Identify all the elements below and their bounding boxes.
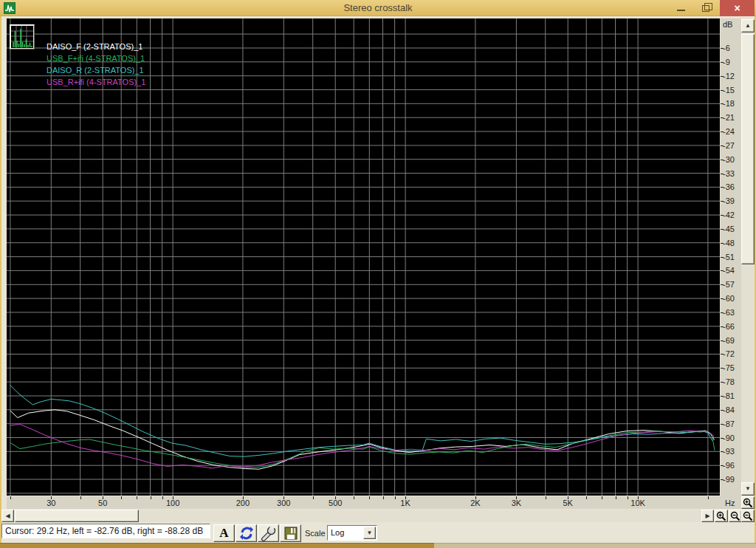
minimize-button[interactable] [669,0,693,16]
y-axis-tick-label: -48 [723,239,735,247]
y-axis-tick-label: -57 [723,280,735,289]
cursor-status-field: Cursor: 29.2 Hz, left = -82.76 dB, right… [1,524,210,538]
bottom-border-left [0,543,434,548]
x-axis-tick-label: 200 [236,499,250,507]
zoom-in-icon [743,498,753,508]
y-axis-tick [721,479,724,480]
plot-area[interactable]: DAISO_F (2-STRATOS)_1USB_F+ifi (4-STRATO… [7,18,720,496]
scroll-down-button[interactable]: ▼ [741,482,755,496]
x-axis-tick-label: 100 [166,499,179,507]
y-axis-tick-label: -36 [723,182,735,191]
x-axis-tick [369,496,370,499]
x-axis-tick [628,496,628,499]
bottom-border-right [434,543,756,548]
y-axis-tick-label: -66 [723,322,735,331]
y-axis-tick-label: -75 [723,363,735,372]
y-axis-tick [721,187,724,188]
y-axis-tick-label: -33 [723,169,735,178]
dropdown-arrow-button[interactable]: ▼ [363,527,376,539]
scroll-left-icon: ◀ [5,513,10,519]
y-axis-tick [721,215,724,216]
app-window: Stereo crosstalk × DAISO_F (2-STRATOS)_1… [0,0,756,548]
x-axis-tick [616,496,616,499]
x-axis-tick [586,496,587,499]
y-axis-tick-label: -51 [723,253,735,261]
refresh-icon [239,526,254,541]
window-title: Stereo crosstalk [0,0,756,16]
y-axis-tick-label: -78 [723,377,735,386]
scroll-left-button[interactable]: ◀ [1,510,14,522]
x-axis-tick [383,496,384,499]
vertical-scrollbar[interactable]: ▲ ▼ [741,19,755,496]
scale-label: Scale [305,524,326,542]
refresh-button[interactable] [236,524,257,542]
scale-dropdown[interactable]: Log ▼ [327,525,377,541]
x-axis-tick [121,496,122,499]
vertical-scrollbar-thumb[interactable] [741,34,755,264]
y-axis-tick-label: -60 [723,294,735,303]
zoom-out-icon [743,511,753,521]
x-axis-tick-label: 1K [400,499,410,507]
x-axis-tick-label: 50 [98,499,107,507]
legend-item: USB_F+ifi (4-STRATOS)_1 [47,52,145,64]
scroll-up-button[interactable]: ▲ [741,19,755,32]
crosstalk-chart[interactable] [7,18,720,496]
zoom-in-icon [716,511,726,521]
y-axis-unit: dB [723,20,732,29]
close-button[interactable]: × [720,0,755,16]
y-axis-tick [721,396,724,397]
y-axis-tick [721,270,724,271]
x-axis-tick [151,496,151,499]
x-axis-tick-label: 30 [47,499,55,507]
y-axis-tick-label: -27 [723,141,735,150]
font-button[interactable]: A [213,524,235,542]
x-axis-tick [602,496,602,499]
legend: DAISO_F (2-STRATOS)_1USB_F+ifi (4-STRATO… [47,41,145,88]
spectrum-view-button[interactable] [10,24,35,49]
wrench-icon [261,525,277,541]
scroll-up-icon: ▲ [745,23,751,29]
y-axis-tick [721,451,724,452]
maximize-button[interactable] [694,0,718,16]
horizontal-scrollbar-thumb[interactable] [15,510,139,522]
y-axis-tick [721,410,724,411]
y-axis-tick-label: -39 [723,196,735,205]
x-axis-tick-label: 5K [563,499,572,507]
wrench-setup-button[interactable] [258,524,279,542]
x-axis-tick-label: 300 [277,499,290,507]
scroll-right-icon: ▶ [705,513,709,519]
x-axis-tick-label: 500 [329,499,342,507]
x-axis-tick [137,496,137,499]
y-axis-tick-label: -6 [723,44,730,52]
y-axis-tick [721,90,724,91]
y-axis-tick-label: -69 [723,336,735,345]
y-axis-tick-label: -54 [723,266,735,275]
y-axis-tick [721,284,724,285]
y-axis-tick-label: -30 [723,155,735,164]
scroll-right-button[interactable]: ▶ [701,510,714,522]
y-axis-tick-label: -18 [723,99,735,108]
y-axis-tick [721,76,724,77]
y-axis-tick [721,438,724,439]
legend-item: DAISO_R (2-STRATOS)_1 [47,64,145,76]
legend-item: DAISO_F (2-STRATOS)_1 [47,41,145,52]
zoom-out-icon [730,511,740,521]
y-axis-tick-label: -21 [723,113,735,122]
x-axis-tick [162,496,163,499]
x-axis-tick [708,496,709,499]
horizontal-scrollbar[interactable]: ◀ ▶ [1,510,714,522]
zoom-out-horizontal-button[interactable] [729,510,742,522]
y-axis-tick [721,201,724,202]
x-axis-tick-label: 10K [630,499,645,507]
zoom-in-vertical-button[interactable] [741,496,755,509]
zoom-out-vertical-button[interactable] [741,510,755,522]
y-axis-tick-label: -81 [723,391,735,400]
scale-dropdown-value: Log [331,528,344,537]
y-axis-tick [721,368,724,369]
zoom-in-horizontal-button[interactable] [715,510,728,522]
y-axis-tick [721,48,724,49]
y-axis-tick-label: -87 [723,419,735,428]
save-button[interactable] [280,524,301,542]
y-axis-tick-label: -15 [723,86,735,95]
y-axis-tick [721,340,724,341]
